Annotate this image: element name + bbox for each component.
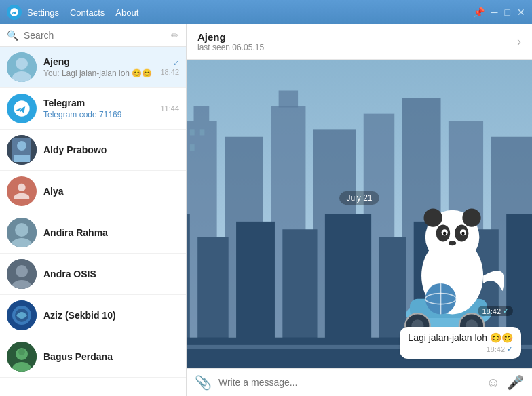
chat-item-andra[interactable]: Andra OSIS bbox=[0, 254, 186, 295]
chat-preview-telegram: Telegram code 71169 bbox=[43, 110, 156, 119]
chat-name-aziz: Aziz (Sekbid 10) bbox=[43, 310, 179, 321]
chat-item-ajeng[interactable]: Ajeng You: Lagi jalan-jalan loh 😊😊 ✓ 18:… bbox=[0, 47, 186, 88]
pin-icon[interactable]: 📌 bbox=[473, 7, 484, 18]
svg-point-5 bbox=[17, 141, 26, 151]
message-input[interactable] bbox=[218, 377, 480, 388]
messages-area: July 21 18:42 ✓ Lagi jalan-jalan loh 😊😊 bbox=[187, 60, 532, 368]
date-badge: July 21 bbox=[339, 191, 379, 205]
svg-point-11 bbox=[16, 265, 28, 277]
chat-meta-telegram: 11:44 bbox=[160, 104, 179, 113]
avatar-ajeng bbox=[7, 52, 37, 82]
svg-point-8 bbox=[15, 223, 28, 237]
chat-info-aziz: Aziz (Sekbid 10) bbox=[43, 310, 179, 321]
chat-name-aldy: Aldy Prabowo bbox=[43, 144, 179, 155]
chat-item-aziz[interactable]: Aziz (Sekbid 10) bbox=[0, 295, 186, 336]
chat-info-andira: Andira Rahma bbox=[43, 227, 179, 238]
chat-name-alya: Alya bbox=[43, 186, 179, 197]
message-check: ✓ bbox=[507, 344, 513, 353]
emoji-icon[interactable]: ☺ bbox=[487, 375, 500, 391]
chat-info-telegram: Telegram Telegram code 71169 bbox=[43, 98, 156, 119]
message-text: Lagi jalan-jalan loh 😊😊 bbox=[408, 332, 513, 343]
chat-name-telegram: Telegram bbox=[43, 98, 156, 108]
menu-contacts[interactable]: Contacts bbox=[70, 7, 104, 18]
chat-info-aldy: Aldy Prabowo bbox=[43, 144, 179, 155]
chat-name-bagus: Bagus Perdana bbox=[43, 351, 179, 362]
chat-header: Ajeng last seen 06.05.15 › bbox=[187, 24, 532, 60]
svg-rect-32 bbox=[190, 129, 195, 135]
message-time: 18:42 bbox=[486, 345, 505, 353]
app-logo bbox=[7, 5, 22, 20]
svg-rect-22 bbox=[194, 106, 210, 121]
mic-icon[interactable]: 🎤 bbox=[507, 374, 524, 391]
svg-rect-25 bbox=[279, 91, 298, 108]
message-input-bar: 📎 ☺ 🎤 bbox=[187, 368, 532, 396]
attach-icon[interactable]: 📎 bbox=[195, 374, 212, 391]
chat-name-andira: Andira Rahma bbox=[43, 227, 179, 238]
chat-header-chevron[interactable]: › bbox=[517, 35, 521, 49]
svg-rect-6 bbox=[14, 155, 30, 162]
chat-check-ajeng: ✓ bbox=[173, 59, 179, 68]
avatar-telegram bbox=[7, 94, 37, 123]
avatar-andra bbox=[7, 259, 37, 289]
compose-icon[interactable]: ✏ bbox=[171, 30, 179, 41]
chat-info-ajeng: Ajeng You: Lagi jalan-jalan loh 😊😊 bbox=[43, 56, 156, 78]
svg-point-19 bbox=[18, 349, 25, 355]
chat-info-andra: Andra OSIS bbox=[43, 269, 179, 279]
chat-header-info: Ajeng last seen 06.05.15 bbox=[197, 31, 264, 52]
bubble-content: Lagi jalan-jalan loh 😊😊 18:42 ✓ bbox=[400, 327, 521, 359]
title-bar: Settings Contacts About 📌 ─ □ ✕ bbox=[0, 0, 532, 24]
chat-name-andra: Andra OSIS bbox=[43, 269, 179, 279]
svg-rect-33 bbox=[200, 129, 205, 135]
search-bar: 🔍 ✏ bbox=[0, 24, 186, 47]
chat-item-bagus[interactable]: Bagus Perdana bbox=[0, 336, 186, 378]
chat-item-telegram[interactable]: Telegram Telegram code 71169 11:44 bbox=[0, 88, 186, 130]
svg-rect-34 bbox=[190, 144, 195, 151]
window-controls: 📌 ─ □ ✕ bbox=[473, 7, 525, 18]
chat-info-alya: Alya bbox=[43, 186, 179, 197]
chat-header-status: last seen 06.05.15 bbox=[197, 43, 264, 52]
chat-item-alya[interactable]: Alya bbox=[0, 171, 186, 212]
chat-list: Ajeng You: Lagi jalan-jalan loh 😊😊 ✓ 18:… bbox=[0, 47, 186, 396]
minimize-icon[interactable]: ─ bbox=[491, 7, 498, 18]
avatar-bagus bbox=[7, 342, 37, 372]
avatar-aldy bbox=[7, 135, 37, 165]
chat-time-telegram: 11:44 bbox=[160, 104, 179, 113]
message-bubble-sent: Lagi jalan-jalan loh 😊😊 18:42 ✓ bbox=[400, 327, 521, 359]
sticker-time: 18:42 ✓ bbox=[478, 306, 513, 316]
close-icon[interactable]: ✕ bbox=[517, 7, 525, 18]
chat-header-name: Ajeng bbox=[197, 31, 264, 43]
avatar-alya bbox=[7, 176, 37, 206]
chat-area: Ajeng last seen 06.05.15 › bbox=[187, 24, 532, 396]
chat-name-ajeng: Ajeng bbox=[43, 56, 156, 67]
menu-settings[interactable]: Settings bbox=[27, 7, 59, 18]
chat-info-bagus: Bagus Perdana bbox=[43, 351, 179, 362]
chat-item-aldy[interactable]: Aldy Prabowo bbox=[0, 130, 186, 171]
chat-meta-ajeng: ✓ 18:42 bbox=[160, 59, 179, 76]
avatar-andira bbox=[7, 218, 37, 248]
avatar-aziz bbox=[7, 300, 37, 330]
menu-about[interactable]: About bbox=[115, 7, 138, 18]
chat-preview-ajeng: You: Lagi jalan-jalan loh 😊😊 bbox=[43, 68, 156, 78]
chat-item-andira[interactable]: Andira Rahma bbox=[0, 212, 186, 254]
maximize-icon[interactable]: □ bbox=[505, 7, 510, 18]
svg-point-1 bbox=[16, 58, 28, 70]
main-layout: 🔍 ✏ Ajeng You: Lagi jalan-jalan loh 😊😊 bbox=[0, 24, 532, 396]
search-input[interactable] bbox=[24, 30, 171, 41]
search-icon: 🔍 bbox=[7, 30, 18, 41]
bubble-meta: 18:42 ✓ bbox=[408, 344, 513, 353]
chat-time-ajeng: 18:42 bbox=[160, 68, 179, 76]
sidebar: 🔍 ✏ Ajeng You: Lagi jalan-jalan loh 😊😊 bbox=[0, 24, 187, 396]
menu-bar: Settings Contacts About bbox=[27, 7, 138, 18]
